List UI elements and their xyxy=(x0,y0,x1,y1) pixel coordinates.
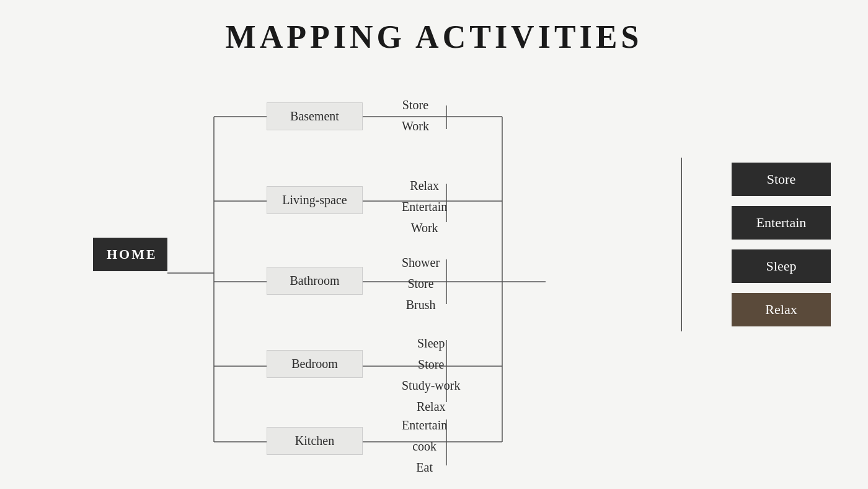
room-kitchen: Kitchen xyxy=(267,427,363,455)
legend-entertain: Entertain xyxy=(732,206,831,240)
connector-lines xyxy=(93,62,651,484)
activities-bathroom: Shower Store Brush xyxy=(402,252,440,315)
legend-container: Store Entertain Sleep Relax xyxy=(732,163,831,326)
legend-sleep: Sleep xyxy=(732,249,831,283)
legend-relax: Relax xyxy=(732,293,831,326)
diagram-container: HOME Basement Store Work Living-space Re… xyxy=(93,62,651,484)
page-title: MAPPING ACTIVITIES xyxy=(0,0,868,55)
room-basement: Basement xyxy=(267,102,363,130)
activities-basement: Store Work xyxy=(402,94,429,137)
legend-divider xyxy=(681,158,682,331)
room-living-space: Living-space xyxy=(267,186,363,214)
activities-kitchen: Entertain cook Eat xyxy=(402,415,447,478)
activities-bedroom: Sleep Store Study-work Relax xyxy=(402,333,460,417)
home-node: HOME xyxy=(93,238,167,271)
legend-store: Store xyxy=(732,163,831,196)
activities-living-space: Relax Entertain Work xyxy=(402,175,447,238)
room-bathroom: Bathroom xyxy=(267,267,363,295)
room-bedroom: Bedroom xyxy=(267,350,363,378)
